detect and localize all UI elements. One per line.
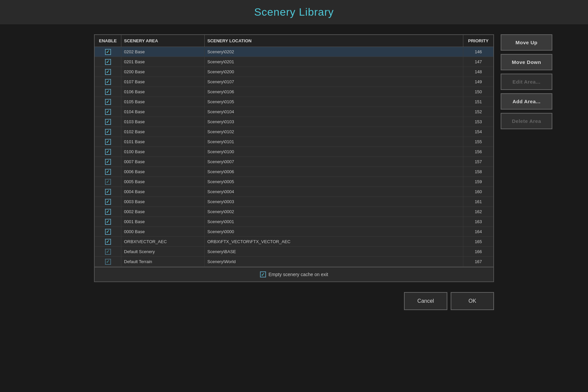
row-priority: 146 (463, 47, 493, 57)
table-row[interactable]: 0005 BaseScenery\0005159 (95, 177, 493, 187)
row-priority: 150 (463, 87, 493, 97)
row-area: 0100 Base (121, 147, 205, 157)
row-checkbox[interactable] (105, 229, 111, 235)
row-checkbox[interactable] (105, 59, 111, 65)
row-checkbox[interactable] (105, 189, 111, 195)
table-row[interactable]: 0105 BaseScenery\0105151 (95, 97, 493, 107)
table-panel: ENABLE SCENERY AREA SCENERY LOCATION PRI… (94, 34, 494, 282)
table-row[interactable]: 0000 BaseScenery\0000164 (95, 227, 493, 237)
cancel-button[interactable]: Cancel (404, 292, 447, 310)
edit-area-button[interactable]: Edit Area... (501, 74, 552, 90)
row-checkbox[interactable] (105, 129, 111, 135)
row-area: 0105 Base (121, 97, 205, 107)
row-area: 0200 Base (121, 67, 205, 77)
table-row[interactable]: 0107 BaseScenery\0107149 (95, 77, 493, 87)
row-checkbox[interactable] (105, 149, 111, 155)
row-location: Scenery\0107 (205, 77, 463, 87)
add-area-button[interactable]: Add Area... (501, 93, 552, 110)
row-location: Scenery\0102 (205, 127, 463, 137)
row-location: Scenery\World (205, 257, 463, 266)
table-row[interactable]: 0007 BaseScenery\0007157 (95, 157, 493, 167)
table-row[interactable]: 0002 BaseScenery\0002162 (95, 207, 493, 217)
move-down-button[interactable]: Move Down (501, 54, 552, 70)
table-row[interactable]: 0201 BaseScenery\0201147 (95, 57, 493, 67)
table-scroll-area[interactable]: 0202 BaseScenery\02021460201 BaseScenery… (95, 47, 493, 267)
main-content: ENABLE SCENERY AREA SCENERY LOCATION PRI… (94, 34, 494, 282)
row-priority: 153 (463, 117, 493, 127)
row-checkbox[interactable] (105, 169, 111, 175)
row-priority: 154 (463, 127, 493, 137)
row-location: Scenery\0104 (205, 107, 463, 117)
footer-bar: Empty scenery cache on exit (94, 267, 494, 282)
row-area: 0003 Base (121, 197, 205, 206)
row-checkbox[interactable] (105, 219, 111, 225)
row-location: Scenery\0103 (205, 117, 463, 127)
ok-button[interactable]: OK (451, 292, 494, 310)
table-row[interactable]: Default SceneryScenery\BASE166 (95, 247, 493, 257)
row-checkbox[interactable] (105, 179, 111, 185)
row-area: 0005 Base (121, 177, 205, 187)
row-checkbox[interactable] (105, 109, 111, 115)
row-location: Scenery\0001 (205, 217, 463, 226)
table-row[interactable]: 0200 BaseScenery\0200148 (95, 67, 493, 77)
row-priority: 157 (463, 157, 493, 167)
table-row[interactable]: 0101 BaseScenery\0101155 (95, 137, 493, 147)
bottom-buttons: Cancel OK (94, 292, 494, 310)
row-location: Scenery\0106 (205, 87, 463, 97)
row-location: Scenery\0006 (205, 167, 463, 177)
row-location: Scenery\BASE (205, 247, 463, 256)
row-area: 0104 Base (121, 107, 205, 117)
table-row[interactable]: 0100 BaseScenery\0100156 (95, 147, 493, 157)
row-checkbox[interactable] (105, 99, 111, 105)
table-row[interactable]: 0102 BaseScenery\0102154 (95, 127, 493, 137)
row-priority: 165 (463, 237, 493, 246)
table-row[interactable]: 0202 BaseScenery\0202146 (95, 47, 493, 57)
row-area: 0004 Base (121, 187, 205, 196)
delete-area-button[interactable]: Delete Area (501, 113, 552, 129)
row-priority: 158 (463, 167, 493, 177)
table-row[interactable]: 0106 BaseScenery\0106150 (95, 87, 493, 97)
row-checkbox[interactable] (105, 49, 111, 55)
side-buttons: Move Up Move Down Edit Area... Add Area.… (501, 34, 552, 282)
row-checkbox[interactable] (105, 119, 111, 125)
row-area: 0007 Base (121, 157, 205, 167)
title-bar: Scenery Library (0, 0, 588, 24)
table-row[interactable]: 0004 BaseScenery\0004160 (95, 187, 493, 197)
row-checkbox[interactable] (105, 249, 111, 255)
col-header-location: SCENERY LOCATION (205, 35, 463, 47)
col-header-enable: ENABLE (95, 35, 121, 47)
row-checkbox[interactable] (105, 209, 111, 215)
table-header: ENABLE SCENERY AREA SCENERY LOCATION PRI… (95, 35, 493, 47)
row-area: 0201 Base (121, 57, 205, 67)
row-location: Scenery\0005 (205, 177, 463, 187)
row-checkbox[interactable] (105, 79, 111, 85)
row-area: 0006 Base (121, 167, 205, 177)
row-priority: 163 (463, 217, 493, 226)
row-checkbox[interactable] (105, 259, 111, 265)
table-row[interactable]: 0103 BaseScenery\0103153 (95, 117, 493, 127)
table-row[interactable]: 0006 BaseScenery\0006158 (95, 167, 493, 177)
row-area: Default Scenery (121, 247, 205, 256)
row-area: 0103 Base (121, 117, 205, 127)
row-area: 0107 Base (121, 77, 205, 87)
table-row[interactable]: Default TerrainScenery\World167 (95, 257, 493, 267)
row-checkbox[interactable] (105, 89, 111, 95)
row-location: Scenery\0202 (205, 47, 463, 57)
move-up-button[interactable]: Move Up (501, 34, 552, 51)
row-area: 0202 Base (121, 47, 205, 57)
row-checkbox[interactable] (105, 159, 111, 165)
row-checkbox[interactable] (105, 199, 111, 205)
row-priority: 148 (463, 67, 493, 77)
row-checkbox[interactable] (105, 139, 111, 145)
row-location: Scenery\0101 (205, 137, 463, 147)
row-checkbox[interactable] (105, 69, 111, 75)
row-priority: 159 (463, 177, 493, 187)
table-row[interactable]: ORBX!VECTOR_AECORBX\FTX_VECTOR\FTX_VECTO… (95, 237, 493, 247)
row-location: Scenery\0002 (205, 207, 463, 216)
table-row[interactable]: 0003 BaseScenery\0003161 (95, 197, 493, 207)
cache-checkbox[interactable] (260, 271, 266, 277)
table-row[interactable]: 0104 BaseScenery\0104152 (95, 107, 493, 117)
row-area: Default Terrain (121, 257, 205, 266)
row-checkbox[interactable] (105, 239, 111, 245)
table-row[interactable]: 0001 BaseScenery\0001163 (95, 217, 493, 227)
